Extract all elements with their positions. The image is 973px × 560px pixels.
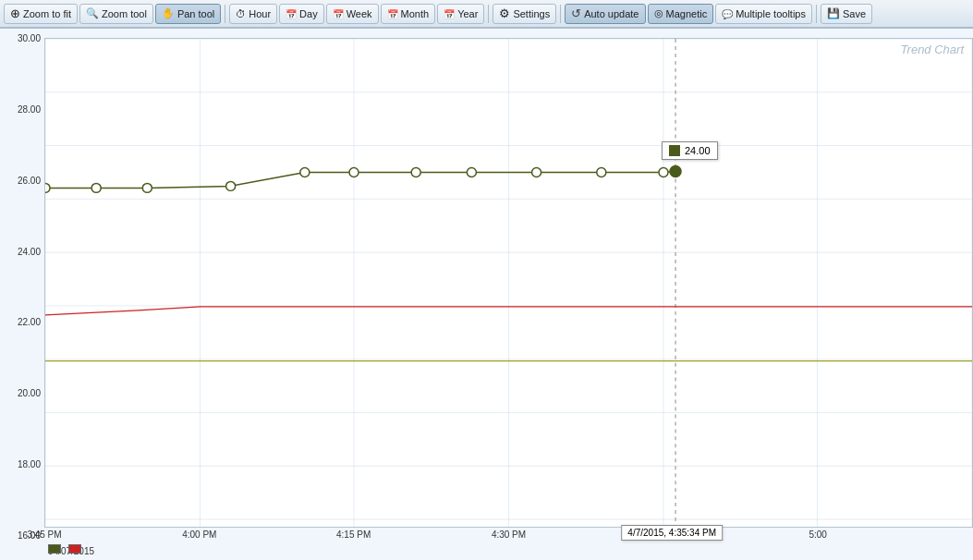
tooltip-color xyxy=(669,145,680,156)
auto-update-label: Auto update xyxy=(584,8,639,19)
zoom-tool-icon xyxy=(86,7,99,19)
save-icon xyxy=(827,7,840,19)
zoom-tool-button[interactable]: Zoom tool xyxy=(79,4,153,24)
pan-tool-button[interactable]: Pan tool xyxy=(155,4,221,24)
week-label: Week xyxy=(347,8,372,19)
settings-label: Settings xyxy=(513,8,550,19)
y-label-20: 20.00 xyxy=(18,388,41,398)
svg-point-29 xyxy=(670,165,681,177)
magnetic-button[interactable]: Magnetic xyxy=(648,4,714,24)
datetime-tooltip: 4/7/2015, 4:35:34 PM xyxy=(621,525,723,541)
y-axis: 30.00 28.00 26.00 24.00 22.00 20.00 18.0… xyxy=(0,38,44,528)
data-tooltip: 24.00 xyxy=(662,141,718,160)
zoom-to-fit-button[interactable]: Zoom to fit xyxy=(4,4,78,24)
week-button[interactable]: Week xyxy=(326,4,379,24)
multiple-tooltips-label: Multiple tooltips xyxy=(736,8,806,19)
y-label-22: 22.00 xyxy=(18,317,41,327)
settings-icon xyxy=(499,6,510,20)
settings-button[interactable]: Settings xyxy=(493,4,556,24)
tooltip-icon xyxy=(722,8,733,19)
y-label-26: 26.00 xyxy=(18,175,41,185)
datetime-value: 4/7/2015, 4:35:34 PM xyxy=(627,528,716,538)
x-label-430pm: 4:30 PM xyxy=(492,530,526,540)
save-button[interactable]: Save xyxy=(821,4,872,24)
zoom-to-fit-label: Zoom to fit xyxy=(23,8,71,19)
separator-3 xyxy=(560,5,561,23)
svg-point-22 xyxy=(300,167,310,177)
legend-item-red xyxy=(68,544,81,554)
y-label-18: 18.00 xyxy=(18,459,41,469)
hour-label: Hour xyxy=(249,8,271,19)
grid-area[interactable]: 24.00 xyxy=(44,38,973,528)
pan-icon xyxy=(162,7,175,19)
magnetic-icon xyxy=(654,7,663,19)
svg-point-28 xyxy=(659,167,668,177)
svg-point-20 xyxy=(142,183,152,192)
auto-update-icon xyxy=(571,6,581,20)
tooltip-value: 24.00 xyxy=(685,145,711,156)
chart-svg xyxy=(45,39,972,527)
legend-color-red xyxy=(68,544,81,554)
separator-4 xyxy=(816,5,817,23)
toolbar: Zoom to fit Zoom tool Pan tool Hour Day … xyxy=(0,0,973,28)
hour-button[interactable]: Hour xyxy=(229,4,277,24)
year-icon xyxy=(444,8,455,19)
svg-point-25 xyxy=(467,167,476,177)
pan-tool-label: Pan tool xyxy=(177,8,214,19)
x-label-500pm: 5:00 xyxy=(809,530,826,540)
y-label-28: 28.00 xyxy=(18,103,41,114)
y-label-30: 30.00 xyxy=(18,33,41,43)
x-label-345pm: 3:45 PM xyxy=(27,530,61,540)
day-icon xyxy=(286,8,297,19)
day-label: Day xyxy=(299,8,318,19)
y-label-24: 24.00 xyxy=(18,246,41,256)
x-label-415pm: 4:15 PM xyxy=(336,530,371,540)
svg-point-19 xyxy=(91,183,101,192)
separator-2 xyxy=(488,5,489,23)
month-button[interactable]: Month xyxy=(381,4,436,24)
month-label: Month xyxy=(401,8,430,19)
save-label: Save xyxy=(843,8,866,19)
auto-update-button[interactable]: Auto update xyxy=(565,4,645,24)
zoom-fit-icon xyxy=(10,6,20,20)
magnetic-label: Magnetic xyxy=(666,8,708,19)
svg-point-24 xyxy=(411,167,420,177)
svg-point-23 xyxy=(349,167,359,177)
year-button[interactable]: Year xyxy=(437,4,484,24)
multiple-tooltips-button[interactable]: Multiple tooltips xyxy=(715,4,812,24)
chart-area[interactable]: 30.00 28.00 26.00 24.00 22.00 20.00 18.0… xyxy=(0,28,973,560)
x-axis: 3:45 PM 4:00 PM 4:15 PM 4:30 PM 4:45 PM … xyxy=(44,530,973,546)
zoom-tool-label: Zoom tool xyxy=(102,8,147,19)
x-label-400pm: 4:00 PM xyxy=(182,530,216,540)
chart-title: Trend Chart xyxy=(901,43,964,56)
separator-1 xyxy=(225,5,225,23)
hour-icon xyxy=(236,8,246,19)
legend-color-green xyxy=(48,544,61,554)
year-label: Year xyxy=(457,8,478,19)
svg-point-26 xyxy=(532,167,541,177)
month-icon xyxy=(387,8,398,19)
week-icon xyxy=(333,8,344,19)
svg-point-18 xyxy=(45,183,50,192)
legend xyxy=(48,544,81,554)
legend-item-green xyxy=(48,544,61,554)
svg-point-27 xyxy=(597,167,606,177)
svg-point-21 xyxy=(226,181,236,190)
day-button[interactable]: Day xyxy=(279,4,324,24)
